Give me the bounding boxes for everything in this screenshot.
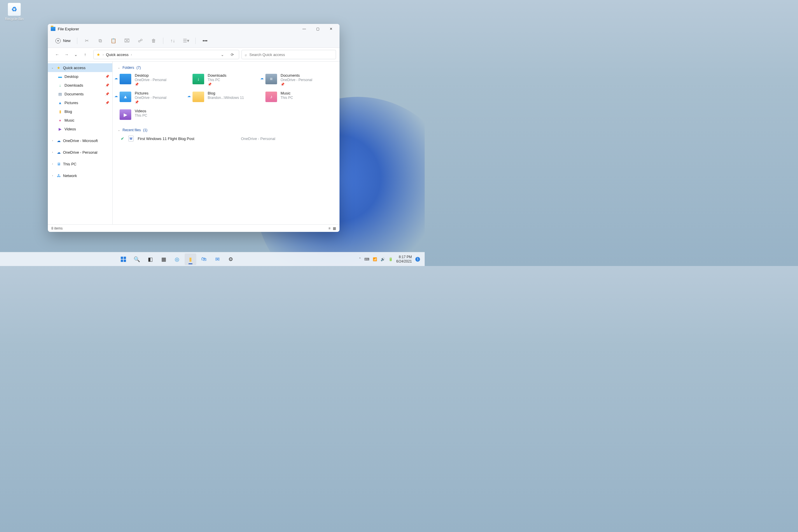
new-button[interactable]: + New: [53, 36, 74, 46]
clock-time: 8:17 PM: [396, 255, 412, 259]
sidebar-item-desktop[interactable]: ▬Desktop📌: [48, 72, 112, 81]
sidebar-item-label: OneDrive - Microsoft: [63, 138, 98, 143]
volume-icon[interactable]: 🔊: [381, 257, 385, 261]
clock-date: 6/24/2021: [396, 259, 412, 263]
sidebar-item-onedrive-personal[interactable]: ›☁OneDrive - Personal: [48, 148, 112, 157]
taskbar-app-edge[interactable]: ◎: [171, 253, 183, 265]
notification-badge[interactable]: 1: [415, 257, 420, 262]
plus-icon: +: [55, 38, 61, 43]
sidebar-item-pictures[interactable]: ▲Pictures📌: [48, 98, 112, 107]
chevron-right-icon[interactable]: ›: [51, 139, 54, 142]
folder-item-blog[interactable]: ☁BlogBrandon...\Windows 11: [191, 90, 260, 105]
window-title: File Explorer: [58, 27, 79, 31]
search-input[interactable]: [249, 53, 333, 57]
minimize-button[interactable]: ―: [298, 24, 311, 34]
sidebar-item-onedrive-microsoft[interactable]: ›☁OneDrive - Microsoft: [48, 136, 112, 145]
start-button[interactable]: [117, 253, 129, 265]
pin-icon: 📌: [135, 82, 167, 86]
address-bar[interactable]: ★ › Quick access › ⌄ ⟳: [93, 50, 239, 59]
titlebar[interactable]: File Explorer ― ▢ ✕: [48, 24, 340, 34]
content-pane[interactable]: ⌄ Folders (7) ☁DesktopOneDrive - Persona…: [113, 61, 340, 224]
section-folders-header[interactable]: ⌄ Folders (7): [118, 64, 334, 72]
folder-item-videos[interactable]: ▶VideosThis PC: [118, 108, 187, 121]
desktop-icon-recycle-bin[interactable]: Recycle Bin: [4, 3, 24, 21]
chevron-right-icon[interactable]: ›: [51, 174, 54, 177]
chevron-down-icon[interactable]: ⌄: [51, 66, 54, 69]
sync-success-icon: ✔: [121, 136, 124, 141]
share-button[interactable]: ☍: [134, 36, 146, 46]
maximize-button[interactable]: ▢: [311, 24, 324, 34]
section-recent-header[interactable]: ⌄ Recent files (1): [118, 126, 334, 134]
system-tray[interactable]: ˄ ⌨ 📶 🔊 🔋 8:17 PM 6/24/2021 1: [354, 255, 425, 263]
clock[interactable]: 8:17 PM 6/24/2021: [396, 255, 412, 263]
sidebar-item-music[interactable]: ●Music: [48, 116, 112, 125]
sidebar-item-label: Downloads: [64, 83, 83, 88]
battery-icon[interactable]: 🔋: [388, 257, 393, 261]
recent-file-location: OneDrive - Personal: [241, 136, 276, 141]
up-button[interactable]: ↑: [81, 51, 89, 59]
task-view-icon: ◧: [148, 256, 153, 263]
cut-button[interactable]: ✂: [81, 36, 93, 46]
folder-name: Videos: [135, 109, 147, 113]
windows-logo-icon: [121, 256, 126, 262]
task-view-button[interactable]: ◧: [145, 253, 156, 265]
taskbar[interactable]: 🔍 ◧ ▦ ◎ ▮ 🛍 ✉ ⚙ ˄ ⌨ 📶 🔊 🔋 8:17 PM 6/24/2…: [0, 252, 425, 266]
view-icon: ☰▾: [183, 38, 189, 43]
more-button[interactable]: •••: [199, 36, 211, 46]
sidebar-item-downloads[interactable]: ↓Downloads📌: [48, 81, 112, 90]
taskbar-app-store[interactable]: 🛍: [198, 253, 210, 265]
navigation-pane[interactable]: ⌄ ★ Quick access ▬Desktop📌 ↓Downloads📌 ▤…: [48, 61, 113, 224]
taskbar-app-settings[interactable]: ⚙: [225, 253, 236, 265]
view-button[interactable]: ☰▾: [180, 36, 192, 46]
search-box[interactable]: ⌕: [242, 50, 336, 59]
sidebar-item-documents[interactable]: ▤Documents📌: [48, 90, 112, 98]
chevron-right-icon[interactable]: ›: [51, 163, 54, 165]
sidebar-item-network[interactable]: ›🖧Network: [48, 171, 112, 180]
paste-button[interactable]: 📋: [108, 36, 119, 46]
tray-overflow-button[interactable]: ˄: [359, 257, 361, 261]
tiles-view-button[interactable]: ▦: [333, 226, 336, 230]
forward-button[interactable]: →: [62, 51, 71, 59]
chevron-right-icon[interactable]: ›: [51, 151, 54, 154]
star-icon: ★: [56, 65, 61, 70]
folder-name: Music: [281, 91, 293, 95]
folder-location: Brandon...\Windows 11: [208, 96, 244, 100]
sidebar-item-blog[interactable]: ▮Blog: [48, 107, 112, 116]
folder-item-downloads[interactable]: ↓DownloadsThis PC📌: [191, 72, 260, 88]
scissors-icon: ✂: [85, 38, 89, 43]
delete-button[interactable]: 🗑: [148, 36, 159, 46]
pin-icon: 📌: [105, 83, 109, 87]
folder-location: OneDrive - Personal: [135, 78, 167, 82]
taskbar-search-button[interactable]: 🔍: [131, 253, 142, 265]
gear-icon: ⚙: [228, 256, 233, 263]
back-button[interactable]: ←: [53, 51, 61, 59]
folder-thumbnail: ♪: [265, 92, 277, 102]
breadcrumb[interactable]: Quick access: [106, 53, 128, 57]
new-label: New: [63, 38, 71, 43]
folder-item-pictures[interactable]: ☁▲PicturesOneDrive - Personal📌: [118, 90, 187, 105]
taskbar-app-mail[interactable]: ✉: [211, 253, 223, 265]
recent-file-item[interactable]: ✔WFirst Windows 11 Flight Blog PostOneDr…: [118, 134, 334, 142]
cloud-icon: ☁: [56, 150, 61, 155]
sidebar-item-label: Documents: [64, 92, 84, 96]
folder-thumbnail: ☁: [119, 74, 131, 84]
copy-button[interactable]: ⧉: [94, 36, 106, 46]
taskbar-app-explorer[interactable]: ▮: [185, 253, 196, 265]
sort-button[interactable]: ↑↓: [167, 36, 178, 46]
details-view-button[interactable]: ≡: [328, 226, 330, 230]
folder-item-documents[interactable]: ☁≡DocumentsOneDrive - Personal📌: [264, 72, 333, 88]
rename-button[interactable]: ⌧: [121, 36, 133, 46]
sidebar-item-this-pc[interactable]: ›🖥This PC: [48, 159, 112, 168]
section-recent-label: Recent files: [122, 128, 141, 132]
folder-item-music[interactable]: ♪MusicThis PC: [264, 90, 333, 105]
address-dropdown-button[interactable]: ⌄: [218, 51, 226, 58]
folder-item-desktop[interactable]: ☁DesktopOneDrive - Personal📌: [118, 72, 187, 88]
widgets-button[interactable]: ▦: [158, 253, 169, 265]
recent-locations-button[interactable]: ⌄: [72, 51, 80, 59]
close-button[interactable]: ✕: [324, 24, 338, 34]
refresh-button[interactable]: ⟳: [228, 51, 236, 58]
sidebar-item-videos[interactable]: ▶Videos: [48, 125, 112, 133]
sidebar-item-quick-access[interactable]: ⌄ ★ Quick access: [48, 63, 112, 72]
wifi-icon[interactable]: 📶: [373, 257, 377, 261]
keyboard-icon[interactable]: ⌨: [364, 257, 369, 261]
